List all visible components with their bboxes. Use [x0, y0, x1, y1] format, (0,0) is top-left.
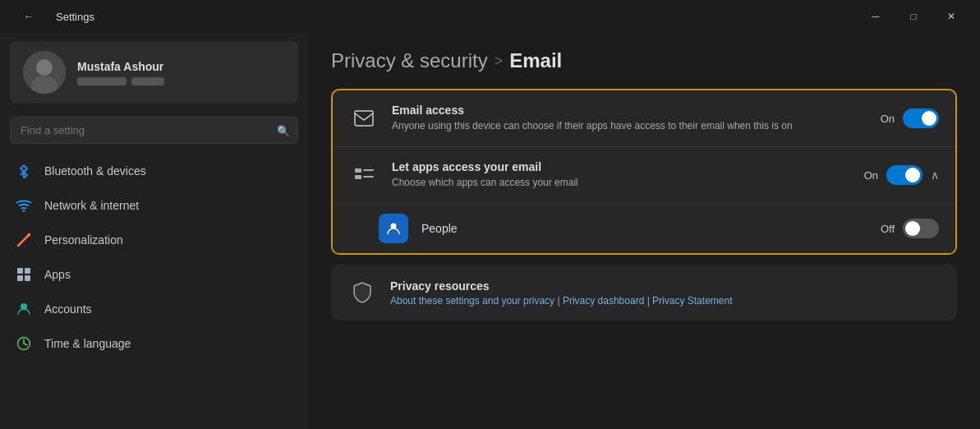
- sidebar-item-apps[interactable]: Apps: [7, 257, 301, 292]
- accounts-icon: [15, 300, 33, 318]
- svg-rect-8: [17, 275, 23, 281]
- people-app-icon: [379, 214, 408, 243]
- user-details: [77, 77, 164, 85]
- let-apps-toggle[interactable]: [886, 165, 922, 185]
- people-app-row: People Off: [333, 203, 955, 253]
- nav-items: Bluetooth & devices Network & internet: [0, 150, 308, 429]
- email-access-content: Email access Anyone using this device ca…: [392, 104, 867, 133]
- svg-rect-6: [17, 268, 23, 274]
- sidebar-item-time[interactable]: Time & language: [7, 326, 301, 361]
- email-icon: [349, 104, 379, 133]
- personalization-icon: [15, 231, 33, 249]
- sidebar-item-network[interactable]: Network & internet: [7, 188, 301, 223]
- let-apps-content: Let apps access your email Choose which …: [392, 160, 851, 190]
- let-apps-right: On ∧: [864, 165, 939, 185]
- apps-icon: [15, 265, 33, 284]
- email-access-title: Email access: [392, 104, 867, 117]
- time-icon: [15, 334, 33, 353]
- people-toggle-label: Off: [881, 223, 895, 235]
- svg-rect-9: [25, 275, 30, 281]
- privacy-resources-card: Privacy resources About these settings a…: [331, 265, 957, 321]
- privacy-resources-content: Privacy resources About these settings a…: [390, 279, 941, 307]
- sidebar-item-personalization-label: Personalization: [44, 233, 123, 247]
- svg-rect-7: [25, 268, 30, 274]
- email-access-toggle[interactable]: [903, 108, 939, 128]
- back-button[interactable]: ←: [10, 0, 48, 33]
- email-settings-card: Email access Anyone using this device ca…: [331, 89, 957, 255]
- sidebar-item-accounts[interactable]: Accounts: [7, 292, 301, 326]
- email-access-toggle-knob: [922, 111, 936, 126]
- maximize-button[interactable]: □: [895, 0, 932, 33]
- let-apps-toggle-knob: [905, 168, 920, 182]
- window-controls: ─ □ ✕: [857, 0, 970, 33]
- let-apps-expand[interactable]: ∧: [931, 168, 939, 182]
- avatar: [23, 51, 66, 94]
- svg-point-1: [36, 59, 53, 76]
- breadcrumb: Privacy & security > Email: [331, 49, 957, 72]
- svg-point-3: [23, 210, 25, 213]
- sidebar-item-apps-label: Apps: [44, 268, 71, 281]
- main-layout: Mustafa Ashour 🔍 Bluetooth & devices: [0, 33, 980, 429]
- breadcrumb-current: Email: [509, 49, 562, 72]
- user-info: Mustafa Ashour: [77, 60, 164, 85]
- people-toggle[interactable]: [903, 219, 939, 238]
- svg-rect-17: [355, 175, 361, 179]
- user-profile[interactable]: Mustafa Ashour: [10, 41, 298, 104]
- email-access-right: On: [881, 108, 939, 128]
- search-box: 🔍: [10, 117, 298, 144]
- privacy-statement-link[interactable]: Privacy Statement: [652, 295, 732, 307]
- close-button[interactable]: ✕: [932, 0, 970, 33]
- sidebar-item-bluetooth[interactable]: Bluetooth & devices: [7, 154, 301, 188]
- minimize-button[interactable]: ─: [857, 0, 895, 33]
- user-detail-bar-1: [77, 77, 127, 85]
- search-input[interactable]: [10, 117, 298, 144]
- user-name: Mustafa Ashour: [77, 60, 164, 73]
- let-apps-desc: Choose which apps can access your email: [392, 176, 851, 190]
- privacy-resources-links: About these settings and your privacy | …: [390, 295, 941, 307]
- bluetooth-icon: [15, 162, 33, 180]
- svg-line-13: [24, 344, 27, 345]
- apps-list-icon: [349, 160, 379, 190]
- sidebar-item-accounts-label: Accounts: [44, 302, 92, 316]
- content-area: Privacy & security > Email Email access …: [308, 33, 980, 429]
- sidebar-item-network-label: Network & internet: [44, 199, 139, 212]
- breadcrumb-separator: >: [495, 53, 504, 70]
- sidebar-item-time-label: Time & language: [44, 337, 131, 350]
- email-access-desc: Anyone using this device can choose if t…: [392, 119, 867, 133]
- app-title: Settings: [56, 11, 94, 23]
- email-access-toggle-label: On: [881, 113, 895, 125]
- breadcrumb-parent[interactable]: Privacy & security: [331, 49, 488, 72]
- svg-rect-15: [355, 168, 361, 173]
- privacy-shield-icon: [347, 278, 377, 307]
- privacy-resources-row: Privacy resources About these settings a…: [331, 265, 957, 321]
- search-icon: 🔍: [277, 124, 290, 136]
- people-toggle-knob: [905, 221, 920, 236]
- people-app-right: Off: [881, 219, 939, 238]
- privacy-about-link[interactable]: About these settings and your privacy: [390, 295, 554, 307]
- svg-rect-14: [355, 111, 373, 126]
- title-bar: ← Settings ─ □ ✕: [0, 0, 980, 33]
- network-icon: [15, 196, 33, 214]
- sidebar-item-bluetooth-label: Bluetooth & devices: [44, 164, 146, 178]
- title-bar-left: ← Settings: [10, 0, 94, 33]
- people-app-label: People: [421, 222, 867, 235]
- svg-point-5: [27, 233, 30, 237]
- avatar-image: [23, 51, 66, 94]
- let-apps-title: Let apps access your email: [392, 160, 851, 173]
- let-apps-row: Let apps access your email Choose which …: [333, 147, 955, 203]
- user-detail-bar-2: [131, 77, 164, 85]
- privacy-dashboard-link[interactable]: Privacy dashboard: [563, 295, 644, 307]
- email-access-row: Email access Anyone using this device ca…: [333, 90, 955, 147]
- privacy-resources-title: Privacy resources: [390, 279, 941, 293]
- let-apps-toggle-label: On: [864, 169, 878, 182]
- sidebar: Mustafa Ashour 🔍 Bluetooth & devices: [0, 33, 308, 429]
- sidebar-item-personalization[interactable]: Personalization: [7, 223, 301, 257]
